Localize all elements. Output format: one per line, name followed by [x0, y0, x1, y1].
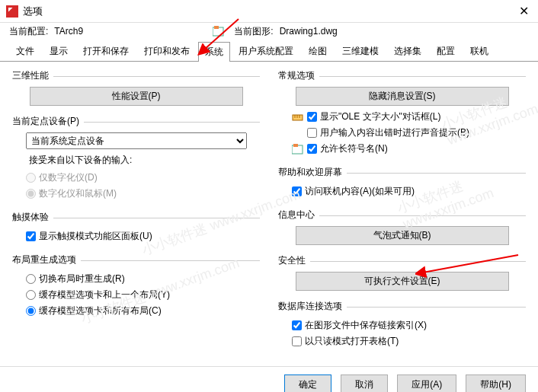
- close-button[interactable]: ✕: [516, 4, 532, 18]
- group-layout-regen: 布局重生成选项 切换布局时重生成(R) 缓存模型选项卡和上一个布局(Y) 缓存模…: [12, 253, 260, 319]
- group-help: 帮助和欢迎屏幕 访问联机内容(A)(如果可用): [278, 166, 526, 199]
- ruler-icon: [292, 112, 304, 123]
- config-row: 当前配置: TArch9 当前图形: Drawing1.dwg: [0, 23, 538, 40]
- app-icon: [6, 5, 18, 18]
- apply-button[interactable]: 应用(A): [397, 374, 456, 392]
- readonly-tables-label: 以只读模式打开表格(T): [305, 335, 399, 348]
- long-names-checkbox[interactable]: [307, 144, 317, 154]
- perf-settings-button[interactable]: 性能设置(P): [30, 87, 243, 106]
- general-title: 常规选项: [278, 70, 319, 81]
- digitizer-mouse-radio: [26, 189, 36, 199]
- pointing-title: 当前定点设备(P): [12, 116, 84, 126]
- db-title: 数据库连接选项: [278, 301, 347, 311]
- ok-button[interactable]: 确定: [284, 374, 331, 392]
- cache-all-label: 缓存模型选项卡和所有布局(C): [39, 304, 162, 317]
- cache-last-label: 缓存模型选项卡和上一个布局(Y): [39, 288, 170, 301]
- tab-bar: 文件 显示 打开和保存 打印和发布 系统 用户系统配置 绘图 三维建模 选择集 …: [0, 41, 538, 62]
- executable-settings-button[interactable]: 可执行文件设置(E): [296, 272, 509, 291]
- tab-file[interactable]: 文件: [9, 41, 41, 61]
- help-button[interactable]: 帮助(H): [466, 374, 526, 392]
- cache-all-radio[interactable]: [26, 306, 36, 316]
- tab-selection[interactable]: 选择集: [387, 41, 428, 61]
- digitizer-mouse-label: 数字化仪和鼠标(M): [39, 187, 117, 200]
- info-title: 信息中心: [278, 209, 319, 220]
- balloon-button[interactable]: 气泡式通知(B): [296, 226, 509, 245]
- regen-switch-label: 切换布局时重生成(R): [39, 272, 125, 285]
- tab-print[interactable]: 打印和发布: [137, 41, 197, 61]
- group-pointing-device: 当前定点设备(P) 当前系统定点设备 接受来自以下设备的输入: 仅数字化仪(D)…: [12, 115, 260, 202]
- accept-input-label: 接受来自以下设备的输入:: [26, 154, 260, 167]
- svg-rect-1: [214, 26, 219, 29]
- tab-user[interactable]: 用户系统配置: [232, 41, 300, 61]
- beep-error-label: 用户输入内容出错时进行声音提示(B): [320, 126, 469, 139]
- right-column: 常规选项 隐藏消息设置(S) 显示"OLE 文字大小"对话框(L) 用户输入内容…: [278, 69, 526, 359]
- current-config-label: 当前配置:: [9, 25, 48, 38]
- long-names-label: 允许长符号名(N): [320, 142, 388, 155]
- current-config-value: TArch9: [54, 26, 207, 37]
- regen-switch-radio[interactable]: [26, 274, 36, 284]
- tab-open-save[interactable]: 打开和保存: [76, 41, 136, 61]
- store-links-checkbox[interactable]: [292, 320, 302, 330]
- tab-system[interactable]: 系统: [198, 42, 230, 62]
- touch-ribbon-checkbox[interactable]: [26, 231, 36, 241]
- window-title: 选项: [23, 5, 43, 18]
- readonly-tables-checkbox[interactable]: [292, 336, 302, 346]
- tab-drafting[interactable]: 绘图: [302, 41, 334, 61]
- drawing-small-icon: [292, 144, 304, 155]
- group-security: 安全性 可执行文件设置(E): [278, 254, 526, 291]
- svg-rect-7: [293, 144, 298, 147]
- current-drawing-value: Drawing1.dwg: [280, 26, 432, 37]
- current-drawing-label: 当前图形:: [234, 25, 273, 38]
- footer: 确定 取消 应用(A) 帮助(H): [0, 366, 538, 392]
- tab-3d[interactable]: 三维建模: [335, 41, 386, 61]
- left-column: 三维性能 性能设置(P) 当前定点设备(P) 当前系统定点设备 接受来自以下设备…: [12, 69, 260, 359]
- tab-online[interactable]: 联机: [463, 41, 495, 61]
- cancel-button[interactable]: 取消: [341, 374, 388, 392]
- help-title: 帮助和欢迎屏幕: [278, 167, 347, 177]
- hidden-msg-button[interactable]: 隐藏消息设置(S): [296, 87, 509, 106]
- cache-last-radio[interactable]: [26, 290, 36, 300]
- drawing-icon: [213, 26, 225, 37]
- security-title: 安全性: [278, 255, 310, 266]
- spacer-icon: [292, 128, 304, 139]
- group-dbconnect: 数据库连接选项 在图形文件中保存链接索引(X) 以只读模式打开表格(T): [278, 300, 526, 349]
- group-3d-performance: 三维性能 性能设置(P): [12, 69, 260, 106]
- beep-error-checkbox[interactable]: [307, 128, 317, 138]
- digitizer-only-label: 仅数字化仪(D): [39, 171, 98, 184]
- perf-title: 三维性能: [12, 70, 53, 81]
- tab-display[interactable]: 显示: [43, 41, 75, 61]
- touch-title: 触摸体验: [12, 212, 53, 222]
- touch-ribbon-label: 显示触摸模式功能区面板(U): [39, 230, 152, 243]
- group-touch: 触摸体验 显示触摸模式功能区面板(U): [12, 211, 260, 244]
- ole-dialog-checkbox[interactable]: [307, 112, 317, 122]
- pointing-device-select[interactable]: 当前系统定点设备: [26, 132, 247, 149]
- group-general: 常规选项 隐藏消息设置(S) 显示"OLE 文字大小"对话框(L) 用户输入内容…: [278, 69, 526, 157]
- digitizer-only-radio: [26, 173, 36, 183]
- layout-title: 布局重生成选项: [12, 254, 81, 265]
- online-content-label: 访问联机内容(A)(如果可用): [305, 185, 415, 198]
- titlebar: 选项 ✕: [0, 0, 538, 23]
- store-links-label: 在图形文件中保存链接索引(X): [305, 319, 427, 332]
- online-content-checkbox[interactable]: [292, 186, 302, 196]
- content-area: 三维性能 性能设置(P) 当前定点设备(P) 当前系统定点设备 接受来自以下设备…: [0, 62, 538, 366]
- group-infocenter: 信息中心 气泡式通知(B): [278, 209, 526, 245]
- ole-dialog-label: 显示"OLE 文字大小"对话框(L): [320, 110, 441, 123]
- tab-profile[interactable]: 配置: [430, 41, 462, 61]
